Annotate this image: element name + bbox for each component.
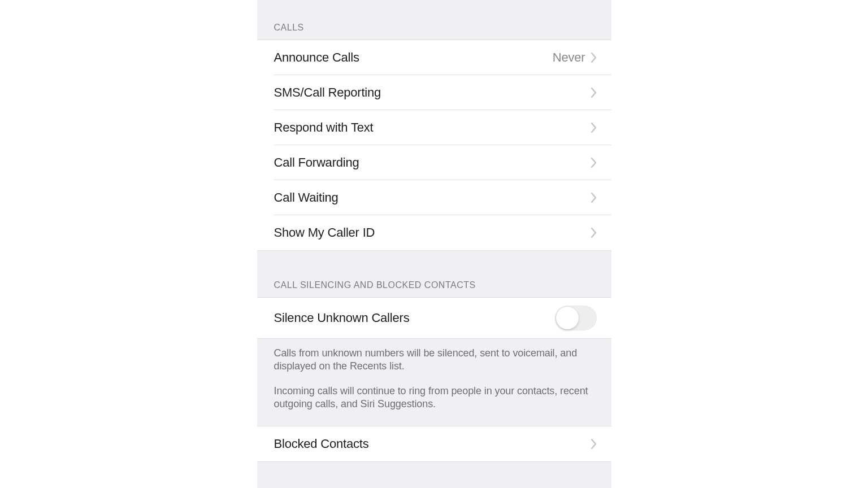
respond-with-text-label: Respond with Text	[274, 120, 374, 135]
silence-unknown-callers-row[interactable]: Silence Unknown Callers	[257, 298, 611, 338]
row-right	[591, 439, 597, 449]
chevron-right-icon	[591, 439, 597, 449]
announce-calls-value: Never	[553, 50, 585, 65]
chevron-right-icon	[591, 158, 597, 168]
chevron-right-icon	[591, 193, 597, 203]
sms-call-reporting-label: SMS/Call Reporting	[274, 85, 381, 100]
chevron-right-icon	[591, 228, 597, 238]
blocked-contacts-label: Blocked Contacts	[274, 437, 369, 451]
row-right	[591, 88, 597, 98]
show-my-caller-id-row[interactable]: Show My Caller ID	[257, 215, 611, 250]
silencing-footer-2: Incoming calls will continue to ring fro…	[257, 373, 611, 426]
call-waiting-label: Call Waiting	[274, 190, 338, 205]
chevron-right-icon	[591, 88, 597, 98]
settings-panel: CALLS Announce Calls Never SMS/Call Repo…	[257, 0, 611, 488]
row-right	[591, 158, 597, 168]
row-right	[591, 193, 597, 203]
call-forwarding-label: Call Forwarding	[274, 155, 359, 170]
silencing-footer-1: Calls from unknown numbers will be silen…	[257, 339, 611, 373]
silence-unknown-callers-toggle[interactable]	[555, 306, 597, 330]
chevron-right-icon	[591, 53, 597, 63]
calls-list: Announce Calls Never SMS/Call Reporting …	[257, 40, 611, 251]
row-right: Never	[553, 50, 597, 65]
sms-call-reporting-row[interactable]: SMS/Call Reporting	[257, 75, 611, 110]
blocked-contacts-row[interactable]: Blocked Contacts	[257, 426, 611, 461]
section-header-silencing: CALL SILENCING AND BLOCKED CONTACTS	[257, 251, 611, 297]
call-waiting-row[interactable]: Call Waiting	[257, 180, 611, 215]
announce-calls-label: Announce Calls	[274, 50, 359, 65]
silencing-list: Silence Unknown Callers	[257, 297, 611, 339]
toggle-knob	[556, 307, 579, 329]
silence-unknown-callers-label: Silence Unknown Callers	[274, 311, 410, 325]
show-my-caller-id-label: Show My Caller ID	[274, 225, 375, 240]
blocked-list: Blocked Contacts	[257, 426, 611, 462]
row-right	[591, 123, 597, 133]
call-forwarding-row[interactable]: Call Forwarding	[257, 145, 611, 180]
announce-calls-row[interactable]: Announce Calls Never	[257, 40, 611, 75]
row-right	[591, 228, 597, 238]
section-header-calls: CALLS	[257, 0, 611, 40]
chevron-right-icon	[591, 123, 597, 133]
respond-with-text-row[interactable]: Respond with Text	[257, 110, 611, 145]
